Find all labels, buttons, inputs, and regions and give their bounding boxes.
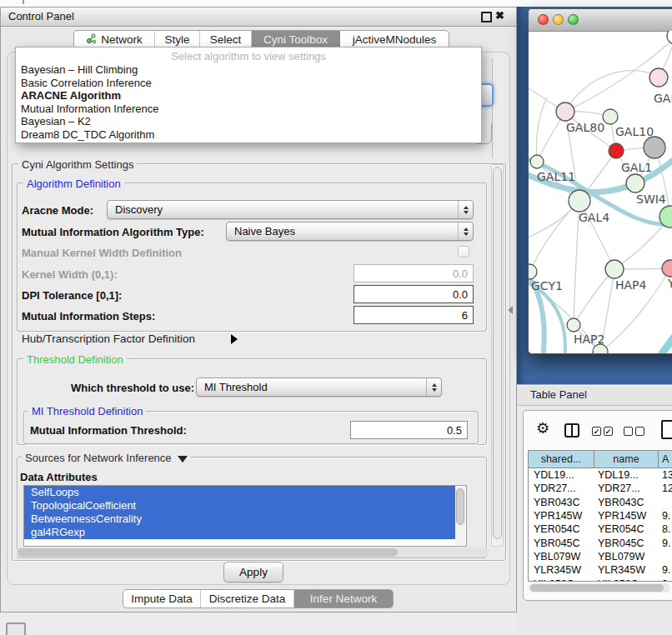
scrollbar-thumb[interactable]: [530, 584, 664, 592]
bottom-tab-infer-network[interactable]: Infer Network: [294, 590, 393, 608]
mi-steps-field[interactable]: 6: [354, 306, 474, 324]
close-traffic-light-icon[interactable]: [538, 14, 549, 25]
table-row[interactable]: YDL19...YDL19...13: [529, 468, 672, 482]
close-icon[interactable]: ✖: [495, 9, 504, 22]
tab-jactivemnodules[interactable]: jActiveMNodules: [340, 31, 449, 48]
algorithm-option-bayesian-hill-climbing[interactable]: Bayesian – Hill Climbing: [16, 63, 481, 77]
table-row[interactable]: YBR043CYBR043C: [529, 496, 672, 509]
network-node-gal10[interactable]: [603, 109, 618, 124]
table-row[interactable]: YDR27...YDR27...12: [529, 482, 672, 495]
aracne-mode-label: Aracne Mode:: [22, 204, 93, 217]
tab-style[interactable]: Style: [155, 31, 200, 48]
bottom-tab-discretize-data[interactable]: Discretize Data: [201, 590, 294, 608]
algorithm-option-basic-correlation-inference[interactable]: Basic Correlation Inference: [16, 77, 481, 90]
network-node-gal[interactable]: [649, 68, 668, 87]
network-node-y[interactable]: [662, 260, 672, 277]
document-icon[interactable]: [661, 420, 672, 439]
column-header-a[interactable]: A: [659, 451, 672, 468]
manual-kernel-checkbox[interactable]: [458, 246, 469, 258]
which-threshold-combo[interactable]: MI Threshold: [196, 378, 442, 397]
table-horizontal-scrollbar[interactable]: [529, 583, 670, 592]
network-graph[interactable]: GAL80GALGAL10GAL1SWI4GAL11GAL4GCY1HAP4YH…: [529, 31, 672, 354]
table-row[interactable]: YBR045CYBR045C9.: [529, 536, 672, 549]
network-view-window[interactable]: GAL80GALGAL10GAL1SWI4GAL11GAL4GCY1HAP4YH…: [528, 8, 672, 354]
unchecked-columns-icon[interactable]: [635, 427, 644, 436]
attribute-list-scrollbar[interactable]: [455, 487, 465, 545]
algorithm-option-dream8-dc-tdc-algorithm[interactable]: Dream8 DC_TDC Algorithm: [16, 128, 481, 142]
attribute-list[interactable]: SelfLoopsTopologicalCoefficientBetweenne…: [23, 485, 467, 547]
network-node-swi4[interactable]: [626, 174, 644, 192]
sources-title[interactable]: Sources for Network Inference: [22, 452, 191, 464]
network-node-gal1[interactable]: [609, 143, 624, 158]
unchecked-columns-icon[interactable]: [624, 427, 633, 436]
hub-section-label[interactable]: Hub/Transcription Factor Definition: [22, 332, 195, 345]
table-header-row: shared...nameA: [529, 451, 672, 468]
scrollbar-thumb[interactable]: [456, 488, 464, 525]
mi-steps-value: 6: [462, 309, 468, 322]
table-row[interactable]: YLR345WYLR345W9.: [529, 563, 672, 577]
checked-columns-icon[interactable]: ✓: [604, 427, 613, 436]
algorithm-option-bayesian-k2[interactable]: Bayesian – K2: [16, 115, 481, 128]
network-node-gal80[interactable]: [556, 102, 574, 121]
collapse-arrow-icon[interactable]: [178, 456, 188, 462]
algorithm-option-aracne-algorithm[interactable]: ARACNE Algorithm: [16, 89, 481, 102]
mi-type-combo[interactable]: Naive Bayes: [226, 222, 474, 241]
stepper-icon[interactable]: [458, 222, 473, 240]
network-node[interactable]: [644, 137, 665, 158]
minimize-traffic-light-icon[interactable]: [553, 14, 564, 25]
algorithm-option-mutual-information-inference[interactable]: Mutual Information Inference: [16, 102, 481, 116]
network-node-gcy1[interactable]: [529, 264, 537, 279]
scrollbar-thumb[interactable]: [493, 167, 502, 539]
mi-threshold-field[interactable]: 0.5: [350, 421, 468, 439]
expand-arrow-icon[interactable]: [231, 334, 238, 344]
table-row[interactable]: YIL052CYIL052C9: [529, 577, 672, 582]
settings-horizontal-scrollbar[interactable]: [16, 548, 489, 558]
aracne-mode-combo[interactable]: Discovery: [107, 200, 474, 219]
table-cell: 9.: [659, 538, 672, 549]
table-row[interactable]: YPR145WYPR145W9.: [529, 509, 672, 522]
apply-button[interactable]: Apply: [223, 562, 283, 582]
tab-cyni-toolbox[interactable]: Cyni Toolbox: [252, 31, 340, 48]
scrollbar-thumb[interactable]: [18, 548, 398, 557]
table-cell: YDL19...: [529, 469, 594, 481]
panel-toggle-button[interactable]: [6, 622, 26, 635]
network-node-label: Y: [667, 277, 672, 290]
gear-icon[interactable]: ⚙: [536, 421, 549, 436]
table-cell: YLR345W: [529, 564, 594, 576]
zoom-traffic-light-icon[interactable]: [568, 14, 579, 25]
node-table[interactable]: shared...nameA YDL19...YDL19...13YDR27..…: [528, 450, 672, 582]
apply-button-label: Apply: [239, 566, 268, 578]
mi-threshold-value: 0.5: [447, 424, 462, 437]
splitter-collapse-icon[interactable]: [508, 306, 513, 314]
stepper-icon[interactable]: [458, 201, 473, 218]
control-panel-titlebar[interactable]: [1, 8, 516, 27]
table-row[interactable]: YBL079WYBL079W: [529, 550, 672, 563]
table-cell: 12: [659, 482, 672, 494]
attribute-item-topologicalcoefficient[interactable]: TopologicalCoefficient: [24, 499, 455, 512]
network-node-hap4[interactable]: [605, 260, 624, 278]
attribute-item-selfloops[interactable]: SelfLoops: [24, 486, 455, 499]
tab-network[interactable]: Network: [74, 31, 155, 48]
attribute-item-betweennesscentrality[interactable]: BetweennessCentrality: [24, 512, 455, 526]
network-node[interactable]: [667, 31, 672, 44]
popup-prompt: Select algorithm to view settings: [16, 49, 481, 63]
tab-select[interactable]: Select: [200, 31, 252, 48]
dpi-tolerance-field[interactable]: 0.0: [354, 285, 474, 303]
network-node-gal4[interactable]: [569, 190, 590, 212]
attribute-item-gal4rgexp[interactable]: gal4RGexp: [24, 526, 455, 539]
network-edge: [574, 269, 614, 325]
settings-vertical-scrollbar[interactable]: [491, 164, 504, 547]
column-header-name[interactable]: name: [594, 451, 659, 468]
checked-columns-icon[interactable]: ✓: [592, 427, 601, 436]
column-header-shared[interactable]: shared...: [529, 451, 594, 468]
network-node-gal11[interactable]: [530, 155, 544, 168]
columns-icon[interactable]: [564, 423, 579, 438]
network-node-hap2[interactable]: [567, 318, 580, 332]
kernel-width-field[interactable]: 0.0: [354, 264, 474, 282]
table-row[interactable]: YER054CYER054C8.: [529, 522, 672, 536]
stepper-icon[interactable]: [426, 378, 441, 396]
bottom-tab-impute-data[interactable]: Impute Data: [123, 590, 201, 608]
network-window-titlebar[interactable]: [529, 9, 672, 32]
kernel-width-label: Kernel Width (0,1):: [22, 268, 118, 281]
float-window-icon[interactable]: [481, 12, 492, 22]
